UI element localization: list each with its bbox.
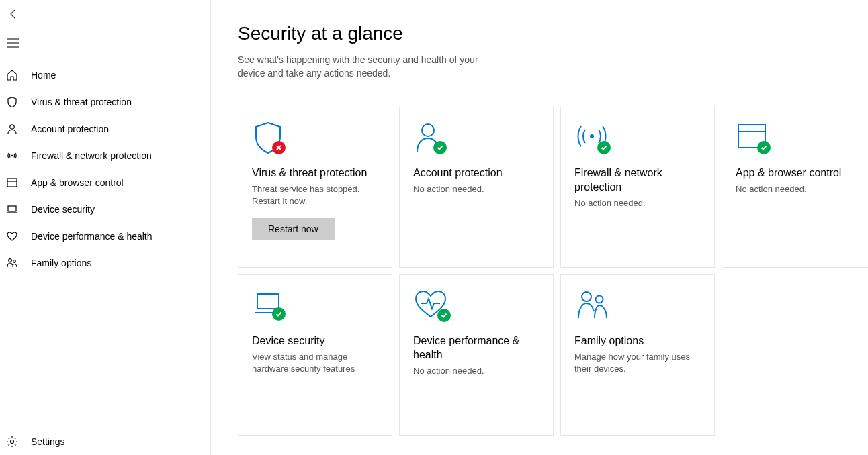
tile-title: Account protection [413, 166, 539, 181]
tile-desc: Manage how your family uses their device… [574, 351, 701, 375]
svg-point-9 [13, 260, 16, 263]
svg-point-16 [582, 292, 591, 301]
nav-label: Family options [31, 258, 91, 268]
window-icon [5, 176, 19, 189]
svg-point-4 [11, 155, 13, 157]
tile-title: Family options [574, 334, 701, 348]
nav-label: App & browser control [31, 177, 124, 188]
nav-item-account[interactable]: Account protection [0, 115, 210, 142]
back-button[interactable] [5, 6, 21, 22]
nav-item-firewall[interactable]: Firewall & network protection [0, 142, 210, 169]
shield-icon [5, 95, 19, 109]
tile-desc: No action needed. [736, 183, 862, 195]
nav-item-home[interactable]: Home [0, 62, 210, 89]
antenna-icon [5, 149, 19, 162]
page-title: Security at a glance [238, 23, 868, 44]
nav-label: Home [31, 70, 56, 81]
nav-label: Virus & threat protection [31, 97, 132, 107]
tile-desc: Threat service has stopped. Restart it n… [252, 183, 378, 207]
tile-family-options[interactable]: Family options Manage how your family us… [560, 274, 715, 436]
main-content: Security at a glance See what's happenin… [211, 0, 868, 455]
svg-point-8 [9, 259, 12, 262]
tile-virus-threat[interactable]: Virus & threat protection Threat service… [238, 107, 392, 268]
nav-label: Account protection [31, 123, 109, 134]
nav-item-family[interactable]: Family options [0, 250, 210, 276]
svg-rect-5 [7, 179, 17, 187]
ok-badge-icon [757, 141, 771, 154]
nav-label: Device performance & health [31, 231, 153, 242]
gear-icon [5, 435, 19, 448]
tiles-grid: Virus & threat protection Threat service… [238, 107, 868, 436]
ok-badge-icon [437, 309, 451, 322]
tile-desc: View status and manage hardware security… [252, 351, 378, 375]
svg-point-10 [11, 440, 14, 444]
hamburger-icon [7, 38, 19, 48]
nav-item-virus[interactable]: Virus & threat protection [0, 89, 210, 115]
nav-item-device-health[interactable]: Device performance & health [0, 223, 210, 250]
tile-firewall[interactable]: Firewall & network protection No action … [560, 107, 715, 268]
tile-desc: No action needed. [413, 183, 539, 195]
sidebar: Home Virus & threat protection Account p… [0, 0, 211, 455]
svg-point-11 [422, 124, 434, 136]
nav-label: Firewall & network protection [31, 150, 152, 161]
restart-now-button[interactable]: Restart now [252, 218, 335, 240]
heart-icon [5, 230, 19, 243]
nav-list: Home Virus & threat protection Account p… [0, 62, 210, 455]
tile-device-security[interactable]: Device security View status and manage h… [238, 274, 392, 436]
svg-point-17 [596, 296, 603, 303]
tile-title: Virus & threat protection [252, 166, 378, 181]
family-large-icon [574, 289, 611, 322]
page-subtitle: See what's happening with the security a… [238, 54, 507, 80]
svg-point-3 [10, 125, 14, 129]
home-icon [5, 68, 19, 82]
svg-rect-7 [8, 206, 16, 211]
tile-title: App & browser control [736, 166, 862, 181]
nav-label: Device security [31, 204, 95, 215]
svg-rect-15 [257, 294, 279, 309]
tile-title: Device security [252, 334, 378, 348]
tile-app-browser[interactable]: App & browser control No action needed. [722, 107, 868, 268]
laptop-icon [5, 203, 19, 216]
nav-item-app-browser[interactable]: App & browser control [0, 169, 210, 196]
menu-button[interactable] [5, 35, 21, 51]
tile-title: Firewall & network protection [574, 166, 701, 195]
nav-item-device-security[interactable]: Device security [0, 196, 210, 223]
nav-label: Settings [31, 436, 65, 447]
tile-device-health[interactable]: Device performance & health No action ne… [399, 274, 554, 436]
nav-item-settings[interactable]: Settings [0, 428, 210, 455]
svg-point-12 [590, 134, 594, 138]
tile-desc: No action needed. [413, 365, 539, 377]
tile-title: Device performance & health [413, 334, 539, 362]
family-icon [5, 256, 19, 270]
tile-desc: No action needed. [574, 197, 701, 209]
person-icon [5, 122, 19, 136]
tile-account-protection[interactable]: Account protection No action needed. [399, 107, 554, 268]
arrow-left-icon [8, 9, 19, 19]
